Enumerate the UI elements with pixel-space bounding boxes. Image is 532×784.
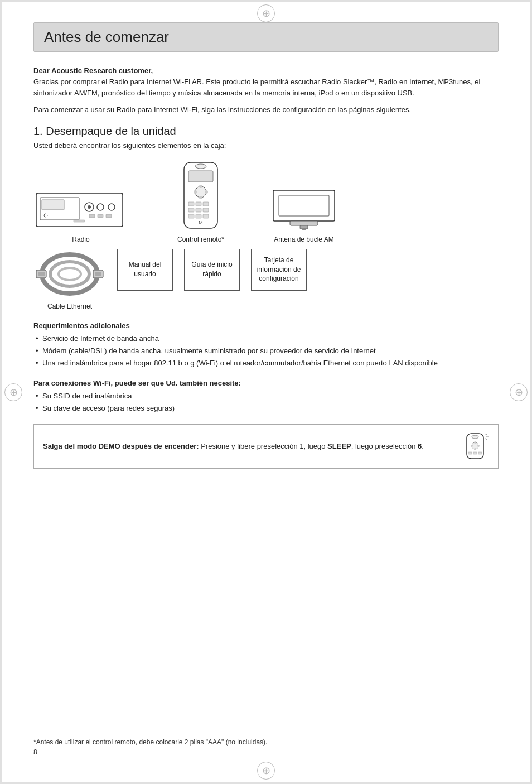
svg-rect-22 bbox=[203, 202, 209, 206]
svg-point-48 bbox=[477, 445, 480, 447]
demo-bold1: Salga del modo DEMO después de encender: bbox=[43, 442, 199, 450]
demo-bold-sleep: SLEEP bbox=[327, 442, 351, 450]
svg-rect-21 bbox=[196, 202, 201, 206]
section1-title: 1. Desempaque de la unidad bbox=[33, 125, 499, 138]
svg-line-52 bbox=[485, 434, 487, 435]
demo-text1: Presione y libere preselección 1, luego bbox=[199, 442, 328, 450]
radio-illustration bbox=[33, 182, 128, 232]
page-border-top bbox=[0, 0, 532, 2]
wifi-requirements-section: Para conexiones Wi-Fi, puede ser que Ud.… bbox=[33, 379, 499, 414]
svg-point-46 bbox=[474, 448, 476, 450]
svg-rect-49 bbox=[468, 452, 472, 454]
intro-section: Dear Acoustic Research customer, Gracias… bbox=[33, 65, 499, 116]
unpack-intro: Usted deberá encontrar los siguientes el… bbox=[33, 141, 499, 150]
svg-rect-26 bbox=[188, 214, 194, 218]
items-row-2: Cable Ethernet Manual del usuario Guía d… bbox=[33, 249, 499, 310]
svg-point-36 bbox=[50, 262, 89, 286]
page-container: Antes de comenzar Dear Acoustic Research… bbox=[0, 0, 532, 784]
svg-rect-10 bbox=[98, 214, 103, 218]
svg-rect-31 bbox=[279, 195, 329, 216]
item-remote: M Control remoto* bbox=[173, 160, 229, 243]
footer: *Antes de utilizar el control remoto, de… bbox=[33, 738, 499, 756]
demo-remote-icon bbox=[461, 432, 489, 460]
req-title2: Para conexiones Wi-Fi, puede ser que Ud.… bbox=[33, 379, 499, 387]
svg-point-13 bbox=[195, 164, 206, 169]
bottom-decoration-circle bbox=[257, 762, 275, 780]
svg-rect-23 bbox=[188, 208, 194, 212]
demo-text: Salga del modo DEMO después de encender:… bbox=[43, 441, 452, 452]
svg-rect-9 bbox=[89, 214, 95, 218]
svg-rect-8 bbox=[74, 220, 85, 222]
page-title: Antes de comenzar bbox=[44, 28, 488, 46]
quickstart-label: Guía de inicio rápido bbox=[188, 260, 236, 279]
manual-box: Manual del usuario bbox=[117, 249, 173, 291]
svg-rect-11 bbox=[106, 214, 112, 218]
top-decoration-circle bbox=[257, 4, 275, 22]
setup-card-box: Tarjeta de información de configuración bbox=[251, 249, 307, 291]
wifi-req-item-2: Su clave de acceso (para redes seguras) bbox=[33, 403, 499, 414]
svg-point-47 bbox=[471, 445, 473, 447]
svg-line-54 bbox=[485, 439, 487, 440]
title-box: Antes de comenzar bbox=[33, 22, 499, 52]
svg-rect-41 bbox=[95, 272, 101, 276]
dear-customer-label: Dear Acoustic Research customer, bbox=[33, 66, 153, 75]
antenna-label: Antena de bucle AM bbox=[274, 235, 333, 243]
svg-point-5 bbox=[88, 205, 91, 209]
page-border-left bbox=[0, 0, 2, 784]
svg-point-37 bbox=[59, 268, 81, 280]
svg-rect-27 bbox=[196, 214, 201, 218]
svg-point-43 bbox=[472, 435, 478, 439]
svg-rect-20 bbox=[188, 202, 194, 206]
req-list2: Su SSID de red inalámbrica Su clave de a… bbox=[33, 391, 499, 414]
remote-label: Control remoto* bbox=[177, 235, 224, 243]
antenna-illustration bbox=[268, 187, 340, 232]
svg-rect-14 bbox=[188, 171, 213, 182]
manual-label: Manual del usuario bbox=[121, 260, 169, 279]
svg-rect-32 bbox=[290, 221, 318, 225]
svg-rect-34 bbox=[302, 228, 306, 230]
svg-point-45 bbox=[474, 441, 476, 444]
svg-rect-39 bbox=[38, 272, 45, 276]
item-radio: Radio bbox=[33, 182, 128, 243]
svg-point-18 bbox=[194, 190, 197, 194]
svg-text:M: M bbox=[199, 220, 203, 225]
remote-illustration: M bbox=[173, 160, 229, 232]
svg-point-16 bbox=[199, 185, 202, 188]
intro-paragraph2: Para comenzar a usar su Radio para Inter… bbox=[33, 104, 499, 116]
footer-note: *Antes de utilizar el control remoto, de… bbox=[33, 738, 499, 746]
doc-boxes-row: Manual del usuario Guía de inicio rápido… bbox=[117, 249, 307, 291]
req-item-2: Módem (cable/DSL) de banda ancha, usualm… bbox=[33, 345, 499, 357]
svg-rect-51 bbox=[478, 452, 482, 454]
quickstart-box: Guía de inicio rápido bbox=[184, 249, 240, 291]
footer-page: 8 bbox=[33, 748, 499, 756]
req-list1: Servicio de Internet de banda ancha Móde… bbox=[33, 333, 499, 369]
req-title1: Requerimientos adicionales bbox=[33, 321, 499, 330]
intro-paragraph1: Gracias por comprar el Radio para Intern… bbox=[33, 78, 480, 97]
req-item-1: Servicio de Internet de banda ancha bbox=[33, 333, 499, 344]
item-ethernet: Cable Ethernet bbox=[33, 249, 106, 310]
wifi-req-item-1: Su SSID de red inalámbrica bbox=[33, 391, 499, 402]
demo-text3: . bbox=[422, 442, 424, 450]
svg-rect-2 bbox=[42, 200, 64, 210]
item-antenna: Antena de bucle AM bbox=[268, 187, 340, 243]
svg-point-17 bbox=[199, 196, 202, 199]
ethernet-illustration bbox=[33, 249, 106, 299]
demo-box: Salga del modo DEMO después de encender:… bbox=[33, 424, 499, 469]
left-decoration-circle bbox=[4, 383, 22, 401]
req-item-3: Una red inalámbrica para el hogar 802.11… bbox=[33, 358, 499, 369]
ethernet-label: Cable Ethernet bbox=[47, 302, 92, 310]
svg-rect-28 bbox=[203, 214, 209, 218]
svg-rect-25 bbox=[203, 208, 209, 212]
requirements-section: Requerimientos adicionales Servicio de I… bbox=[33, 321, 499, 369]
right-decoration-circle bbox=[510, 383, 528, 401]
svg-point-19 bbox=[205, 190, 208, 194]
radio-label: Radio bbox=[72, 235, 89, 243]
demo-text2: , luego preselección bbox=[351, 442, 418, 450]
svg-rect-50 bbox=[473, 452, 477, 454]
items-row-1: Radio bbox=[33, 160, 499, 243]
setup-card-label: Tarjeta de información de configuración bbox=[255, 256, 303, 283]
svg-rect-24 bbox=[196, 208, 201, 212]
